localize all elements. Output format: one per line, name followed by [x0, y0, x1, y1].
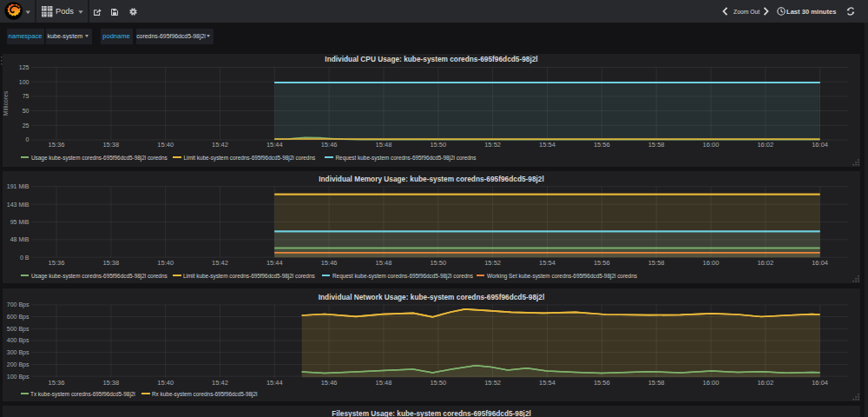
svg-text:15:36: 15:36 [49, 379, 65, 387]
svg-text:15:38: 15:38 [102, 379, 119, 387]
svg-text:15:56: 15:56 [594, 379, 610, 387]
svg-text:50: 50 [23, 108, 30, 114]
svg-text:16:02: 16:02 [757, 379, 773, 387]
svg-text:700 Bps: 700 Bps [7, 301, 30, 308]
svg-text:25: 25 [23, 122, 30, 129]
svg-text:100: 100 [19, 79, 30, 85]
svg-text:15:50: 15:50 [430, 379, 446, 387]
svg-text:15:48: 15:48 [376, 379, 392, 387]
svg-text:0: 0 [26, 136, 30, 142]
svg-text:15:52: 15:52 [484, 379, 501, 387]
svg-text:191 MiB: 191 MiB [7, 183, 30, 189]
svg-text:500 Bps: 500 Bps [7, 326, 30, 333]
svg-text:15:38: 15:38 [102, 259, 119, 267]
svg-text:16:00: 16:00 [703, 141, 720, 149]
svg-text:15:58: 15:58 [648, 141, 665, 149]
svg-text:300 Bps: 300 Bps [7, 349, 30, 356]
svg-text:15:58: 15:58 [648, 379, 665, 387]
svg-text:15:48: 15:48 [376, 259, 392, 267]
svg-text:16:04: 16:04 [812, 379, 828, 387]
svg-text:100 Bps: 100 Bps [7, 374, 30, 381]
svg-text:16:02: 16:02 [757, 259, 773, 267]
svg-text:75: 75 [23, 93, 30, 99]
svg-text:15:52: 15:52 [484, 141, 501, 149]
svg-text:15:50: 15:50 [430, 141, 446, 149]
svg-text:15:48: 15:48 [376, 141, 392, 149]
svg-text:15:50: 15:50 [430, 259, 446, 267]
svg-text:16:02: 16:02 [757, 141, 773, 149]
svg-text:143 MiB: 143 MiB [7, 202, 30, 208]
svg-text:Millicores: Millicores [3, 90, 9, 116]
svg-text:400 Bps: 400 Bps [7, 337, 30, 344]
svg-text:15:42: 15:42 [212, 259, 228, 267]
svg-text:15:46: 15:46 [321, 379, 338, 387]
svg-text:600 Bps: 600 Bps [7, 314, 30, 321]
svg-text:15:42: 15:42 [212, 141, 228, 149]
svg-text:15:52: 15:52 [484, 259, 501, 267]
svg-text:15:40: 15:40 [157, 141, 174, 149]
svg-text:15:40: 15:40 [157, 259, 174, 267]
svg-text:15:42: 15:42 [212, 379, 228, 387]
svg-text:15:56: 15:56 [594, 259, 610, 267]
svg-text:15:40: 15:40 [157, 379, 174, 387]
svg-text:95 MiB: 95 MiB [10, 219, 30, 225]
svg-text:15:38: 15:38 [102, 141, 119, 149]
svg-text:16:00: 16:00 [703, 259, 720, 267]
svg-text:15:46: 15:46 [321, 141, 338, 149]
svg-text:48 MiB: 48 MiB [10, 236, 30, 242]
svg-text:125: 125 [19, 64, 30, 70]
svg-text:15:46: 15:46 [321, 259, 338, 267]
svg-text:15:58: 15:58 [648, 259, 665, 267]
svg-text:15:54: 15:54 [539, 379, 556, 387]
svg-text:15:36: 15:36 [49, 259, 65, 267]
svg-text:0 B: 0 B [20, 255, 30, 261]
svg-text:15:36: 15:36 [49, 141, 65, 149]
svg-text:200 Bps: 200 Bps [7, 361, 30, 368]
svg-text:15:54: 15:54 [539, 141, 556, 149]
svg-text:16:04: 16:04 [812, 141, 828, 149]
svg-text:15:44: 15:44 [266, 141, 283, 149]
svg-text:15:44: 15:44 [266, 379, 283, 387]
svg-text:15:44: 15:44 [266, 259, 283, 267]
svg-text:16:04: 16:04 [812, 259, 828, 267]
svg-text:16:00: 16:00 [703, 379, 720, 387]
svg-text:15:54: 15:54 [539, 259, 556, 267]
svg-text:15:56: 15:56 [594, 141, 610, 149]
